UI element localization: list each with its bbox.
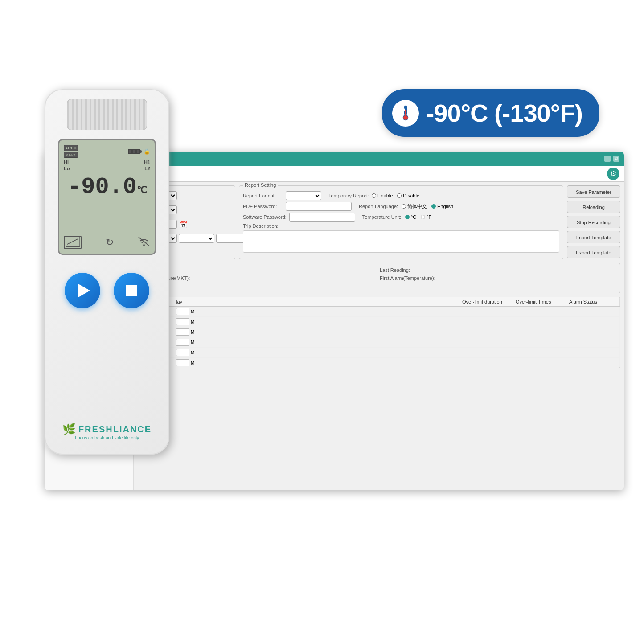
save-parameter-btn[interactable]: Save Parameter xyxy=(567,185,620,198)
row1-status xyxy=(566,307,620,316)
row5-lay: M xyxy=(173,348,459,357)
english-radio[interactable]: English xyxy=(431,204,453,209)
stop-recording-btn[interactable]: Stop Recording xyxy=(567,216,620,228)
celsius-label: °C xyxy=(411,214,416,220)
row6-lay: M xyxy=(173,358,459,368)
pdf-password-row: PDF Password: Report Language: 简体中文 Engl… xyxy=(243,202,559,211)
row2-status xyxy=(566,317,620,327)
row5-times xyxy=(513,348,566,357)
stat-last-reading-label: Last Reading: xyxy=(380,267,410,273)
stat-last-reading: Last Reading: xyxy=(380,267,616,273)
right-panel: 📅 Day xyxy=(134,182,624,490)
language-options: 简体中文 English xyxy=(402,203,453,210)
table-row: M xyxy=(138,317,620,327)
lcd-top-row: ●REC MARK 🔒 xyxy=(64,145,150,158)
minimize-btn[interactable]: — xyxy=(604,156,611,162)
table-row: M xyxy=(138,358,620,368)
fahrenheit-radio[interactable]: °F xyxy=(421,214,431,220)
alarm-table-header: Alarm lay Over-limit duration Over-limit… xyxy=(138,297,620,307)
export-template-btn[interactable]: Export Template xyxy=(567,246,620,258)
row3-lay: M xyxy=(173,327,459,337)
row2-duration xyxy=(459,317,513,327)
temperature-unit-label: Temperature Unit: xyxy=(362,214,402,220)
software-password-row: Software Password: Temperature Unit: °C … xyxy=(243,213,559,222)
celsius-radio-circle xyxy=(405,215,410,219)
stop-button[interactable] xyxy=(114,273,149,308)
logo-tagline: Focus on fresh and safe life only xyxy=(75,435,139,440)
temp-unit: ℃ xyxy=(137,185,147,196)
row6-times xyxy=(513,358,566,368)
temporary-report-options: Enable Disable xyxy=(372,193,419,198)
trip-desc-textarea[interactable] xyxy=(243,230,559,253)
bat-cell-3 xyxy=(136,149,140,154)
trip-desc-label: Trip Description: xyxy=(243,223,283,229)
row1-duration xyxy=(459,307,513,316)
right-top-section: 📅 Day xyxy=(137,185,620,259)
bat-tip xyxy=(140,150,142,153)
row3-times xyxy=(513,327,566,337)
thermometer-icon: ❄ xyxy=(392,100,419,127)
enable-radio-circle xyxy=(372,193,376,198)
row4-duration xyxy=(459,337,513,347)
row5-duration xyxy=(459,348,513,357)
reloading-btn[interactable]: Reloading xyxy=(567,201,620,213)
gear-icon: ⚙ xyxy=(610,169,616,178)
play-icon xyxy=(78,283,90,298)
table-row: M xyxy=(138,327,620,337)
report-format-select[interactable] xyxy=(286,191,321,200)
pdf-password-input[interactable] xyxy=(286,202,352,211)
svg-point-4 xyxy=(143,244,145,246)
chinese-radio[interactable]: 简体中文 xyxy=(402,203,427,210)
stat-mkt-value xyxy=(192,275,378,281)
stats-grid: ing: Last Reading: tic Temperature(MKT):… xyxy=(141,267,616,289)
enable-radio[interactable]: Enable xyxy=(372,193,393,198)
lcd-bottom-icons: ↻ xyxy=(64,236,150,249)
row2-times xyxy=(513,317,566,327)
row6-status xyxy=(566,358,620,368)
rec-indicator: ●REC xyxy=(64,145,78,151)
fahrenheit-label: °F xyxy=(427,214,431,220)
lcd-temperature: -90.0℃ xyxy=(64,176,150,199)
logo-name: FRESHLIANCE xyxy=(78,424,152,435)
bat-cell-1 xyxy=(128,149,132,154)
header-lay: lay xyxy=(173,297,459,306)
row3-duration xyxy=(459,327,513,337)
svg-point-9 xyxy=(403,115,408,120)
row5-status xyxy=(566,348,620,357)
fahrenheit-radio-circle xyxy=(421,215,425,219)
report-section-title: Report Setting xyxy=(243,182,278,188)
disable-radio[interactable]: Disable xyxy=(397,193,419,198)
header-times: Over-limit Times xyxy=(513,297,566,306)
l2-label: L2 xyxy=(144,166,150,171)
chinese-label: 简体中文 xyxy=(407,203,427,210)
settings-btn[interactable]: ⚙ xyxy=(607,168,619,180)
report-format-row: Report Format: Temporary Report: Enable … xyxy=(243,191,559,200)
software-password-input[interactable] xyxy=(289,213,355,222)
hi-label: Hi xyxy=(64,160,69,165)
svg-line-3 xyxy=(67,239,78,244)
mark-indicator: MARK xyxy=(64,152,78,158)
table-row: M xyxy=(138,348,620,358)
english-radio-circle xyxy=(431,204,436,209)
device-logo: 🌿 FRESHLIANCE Focus on fresh and safe li… xyxy=(62,423,152,440)
trip-desc-row: Trip Description: xyxy=(243,223,559,229)
disable-label: Disable xyxy=(403,193,419,198)
action-buttons: Save Parameter Reloading Stop Recording … xyxy=(567,185,620,259)
report-section: Report Setting Report Format: Temporary … xyxy=(239,185,563,259)
pdf-password-label: PDF Password: xyxy=(243,204,283,209)
celsius-radio[interactable]: °C xyxy=(405,214,416,220)
no-wifi-icon xyxy=(138,236,150,249)
table-row: M xyxy=(138,337,620,348)
temp-value: -90.0 xyxy=(67,174,137,200)
english-label: English xyxy=(437,204,453,209)
import-template-btn[interactable]: Import Template xyxy=(567,231,620,243)
stat-last-reading-value xyxy=(412,267,616,273)
header-status: Alarm Status xyxy=(566,297,620,306)
device-container: ●REC MARK 🔒 Hi H1 Lo xyxy=(22,89,192,472)
row1-lay: M xyxy=(173,307,459,316)
logo-row: 🌿 FRESHLIANCE xyxy=(62,423,152,435)
bat-cell-2 xyxy=(132,149,136,154)
restore-btn[interactable]: ⧉ xyxy=(613,156,619,162)
report-format-label: Report Format: xyxy=(243,193,283,198)
play-button[interactable] xyxy=(65,273,100,308)
